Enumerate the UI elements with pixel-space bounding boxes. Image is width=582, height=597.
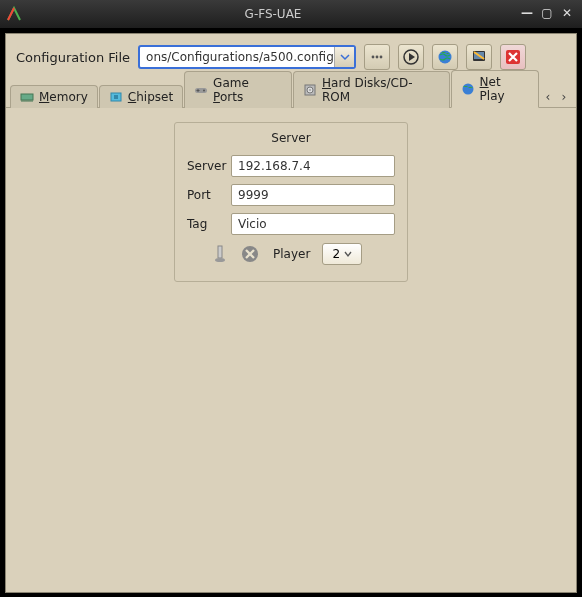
- tab-net-play[interactable]: Net Play: [451, 70, 539, 108]
- app-icon: [6, 6, 22, 22]
- tab-scroll-right[interactable]: ›: [556, 87, 572, 107]
- globe-button[interactable]: [432, 44, 458, 70]
- server-row: Server: [187, 155, 395, 177]
- port-row: Port: [187, 184, 395, 206]
- tab-chipset[interactable]: Chipset: [99, 85, 183, 108]
- port-input[interactable]: [231, 184, 395, 206]
- gamepad-icon: [194, 83, 208, 97]
- svg-point-2: [380, 56, 383, 59]
- content-frame: Configuration File ons/Configurations/a5…: [5, 33, 577, 593]
- chevron-down-icon: [344, 250, 352, 258]
- svg-rect-10: [114, 95, 118, 99]
- tag-label: Tag: [187, 217, 231, 231]
- tab-content-netplay: Server Server Port Tag: [6, 108, 576, 296]
- player-row: Player 2: [187, 243, 395, 265]
- hdd-icon: [303, 83, 317, 97]
- cancel-icon[interactable]: [241, 245, 259, 263]
- memory-icon: [20, 90, 34, 104]
- play-button[interactable]: [398, 44, 424, 70]
- close-button[interactable]: ✕: [558, 6, 576, 22]
- maximize-button[interactable]: ▢: [538, 6, 556, 22]
- server-input[interactable]: [231, 155, 395, 177]
- player-value: 2: [333, 247, 341, 261]
- app-window: G-FS-UAE — ▢ ✕ Configuration File ons/Co…: [0, 0, 582, 597]
- server-groupbox: Server Server Port Tag: [174, 122, 408, 282]
- minimize-button[interactable]: —: [518, 6, 536, 22]
- svg-point-0: [372, 56, 375, 59]
- window-controls: — ▢ ✕: [518, 6, 576, 22]
- window-title: G-FS-UAE: [28, 7, 518, 21]
- svg-point-1: [376, 56, 379, 59]
- close-config-button[interactable]: [500, 44, 526, 70]
- player-select[interactable]: 2: [322, 243, 362, 265]
- tag-row: Tag: [187, 213, 395, 235]
- groupbox-title: Server: [187, 131, 395, 145]
- server-label: Server: [187, 159, 231, 173]
- svg-point-18: [215, 258, 225, 262]
- tabbar: Memory Chipset Game Ports Hard Disks/CD-…: [6, 82, 576, 108]
- player-label: Player: [273, 247, 310, 261]
- port-label: Port: [187, 188, 231, 202]
- globe-icon: [461, 82, 475, 96]
- chevron-down-icon[interactable]: [334, 47, 354, 67]
- svg-rect-8: [21, 94, 33, 100]
- config-file-label: Configuration File: [16, 50, 130, 65]
- svg-point-16: [462, 84, 473, 95]
- tab-scroll: ‹ ›: [540, 87, 572, 107]
- browse-button[interactable]: [364, 44, 390, 70]
- monitor-button[interactable]: [466, 44, 492, 70]
- svg-rect-17: [218, 246, 222, 258]
- tab-memory[interactable]: Memory: [10, 85, 98, 108]
- tag-input[interactable]: [231, 213, 395, 235]
- titlebar: G-FS-UAE — ▢ ✕: [0, 0, 582, 28]
- config-file-select[interactable]: ons/Configurations/a500.config: [138, 45, 356, 69]
- svg-point-15: [309, 89, 311, 91]
- tab-scroll-left[interactable]: ‹: [540, 87, 556, 107]
- tab-hard-disks[interactable]: Hard Disks/CD-ROM: [293, 71, 450, 108]
- svg-point-12: [203, 90, 205, 92]
- server-status-icon: [211, 245, 229, 263]
- config-file-value: ons/Configurations/a500.config: [140, 50, 334, 64]
- chip-icon: [109, 90, 123, 104]
- tab-game-ports[interactable]: Game Ports: [184, 71, 292, 108]
